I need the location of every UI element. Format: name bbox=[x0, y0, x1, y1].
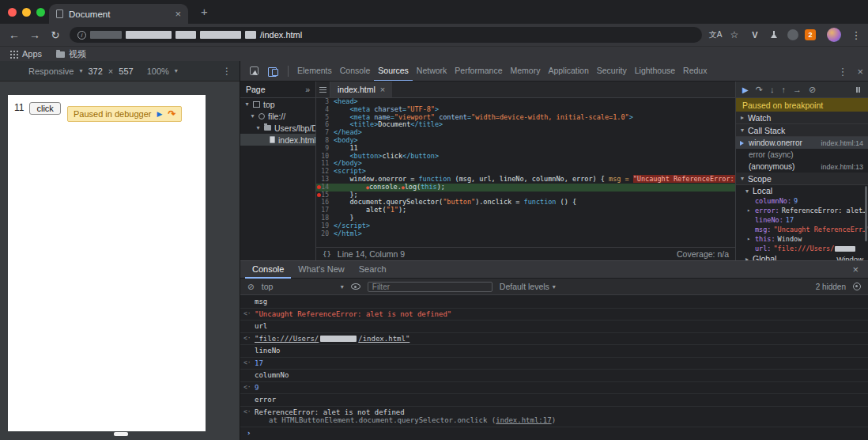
line-number[interactable]: 7 bbox=[316, 129, 334, 137]
step-over-icon[interactable]: ↷ bbox=[168, 108, 175, 119]
watch-section-header[interactable]: ▸ Watch bbox=[736, 112, 868, 124]
devtools-close-icon[interactable]: × bbox=[857, 66, 863, 78]
scope-global-header[interactable]: ▸ Global Window bbox=[736, 253, 868, 260]
bookmark-star-icon[interactable]: ☆ bbox=[726, 24, 743, 46]
console-prompt[interactable]: › bbox=[240, 427, 868, 439]
step-over-button[interactable]: ↷ bbox=[756, 85, 763, 95]
devtools-tab-security[interactable]: Security bbox=[593, 61, 631, 82]
resume-button[interactable]: ▶ bbox=[742, 85, 749, 94]
frame-location[interactable]: index.html:13 bbox=[821, 163, 863, 171]
bookmark-apps[interactable]: Apps bbox=[9, 49, 42, 59]
file-link[interactable]: "file:///Users/ bbox=[255, 335, 319, 343]
live-expression-icon[interactable] bbox=[351, 283, 360, 290]
drawer-close-icon[interactable]: × bbox=[852, 264, 863, 275]
expand-caret-icon[interactable]: ▸ bbox=[747, 236, 750, 242]
line-number[interactable]: 16 bbox=[316, 199, 334, 207]
tree-caret-icon[interactable]: ▾ bbox=[255, 124, 261, 131]
extension-icon[interactable] bbox=[787, 29, 798, 40]
line-number[interactable]: 17 bbox=[316, 207, 334, 214]
more-tabs-icon[interactable]: » bbox=[305, 85, 310, 94]
stack-link[interactable]: index.html:17 bbox=[496, 416, 551, 424]
step-button[interactable]: → bbox=[793, 85, 802, 94]
devtools-tab-memory[interactable]: Memory bbox=[506, 61, 544, 82]
zoom-window-button[interactable] bbox=[36, 8, 45, 17]
line-number[interactable]: 3 bbox=[316, 98, 334, 106]
step-out-button[interactable]: ↑ bbox=[781, 85, 786, 94]
translate-icon[interactable]: 文A bbox=[707, 24, 724, 46]
clear-console-icon[interactable]: ⊘ bbox=[247, 282, 255, 291]
scope-section-header[interactable]: ▾ Scope bbox=[736, 173, 868, 185]
navigator-toggle-icon[interactable] bbox=[316, 82, 330, 97]
inspect-element-icon[interactable] bbox=[250, 66, 259, 75]
close-window-button[interactable] bbox=[8, 8, 17, 17]
deactivate-breakpoints-button[interactable]: ⊘ bbox=[809, 85, 816, 95]
click-button[interactable]: click bbox=[29, 102, 60, 115]
devtools-tab-performance[interactable]: Performance bbox=[451, 61, 506, 82]
breakpoint-icon[interactable] bbox=[317, 185, 321, 189]
line-number[interactable]: 14 bbox=[316, 184, 334, 192]
devtools-tab-application[interactable]: Application bbox=[544, 61, 592, 82]
tree-item-index-html[interactable]: index.html bbox=[240, 134, 315, 146]
resume-script-icon[interactable]: ▶ bbox=[157, 110, 162, 118]
device-toolbar-toggle-icon[interactable] bbox=[268, 66, 278, 76]
line-number[interactable]: 10 bbox=[316, 153, 334, 161]
tab-page[interactable]: Page bbox=[246, 85, 266, 94]
line-number[interactable]: 11 bbox=[316, 160, 334, 168]
forward-button[interactable]: → bbox=[25, 24, 44, 46]
scrollbar[interactable] bbox=[865, 186, 867, 241]
line-number[interactable]: 19 bbox=[316, 222, 334, 230]
line-number[interactable]: 5 bbox=[316, 114, 334, 122]
zoom-select[interactable]: 100% bbox=[147, 66, 169, 76]
tree-caret-icon[interactable]: ▾ bbox=[250, 112, 255, 119]
site-info-icon[interactable]: i bbox=[77, 31, 86, 40]
line-number[interactable]: 18 bbox=[316, 214, 334, 222]
devtools-tab-console[interactable]: Console bbox=[336, 61, 375, 82]
close-file-icon[interactable]: × bbox=[380, 85, 385, 94]
flask-extension-icon[interactable] bbox=[765, 24, 783, 46]
tree-item-file-[interactable]: ▾file:// bbox=[240, 110, 315, 122]
browser-tab[interactable]: Document × bbox=[49, 4, 188, 24]
file-link[interactable]: /index.html" bbox=[358, 335, 409, 343]
devtools-tab-sources[interactable]: Sources bbox=[374, 61, 413, 82]
extension-v-icon[interactable]: V bbox=[746, 24, 764, 46]
pause-on-exceptions-icon[interactable] bbox=[855, 86, 862, 93]
devtools-tab-redux[interactable]: Redux bbox=[679, 61, 711, 82]
page-scrollbar[interactable] bbox=[114, 432, 128, 436]
line-number[interactable]: 4 bbox=[316, 106, 334, 114]
scope-variable[interactable]: ▸error:ReferenceError: alet… bbox=[736, 206, 868, 215]
devtools-tab-network[interactable]: Network bbox=[413, 61, 451, 82]
hidden-messages-count[interactable]: 2 hidden bbox=[816, 283, 846, 291]
console-settings-gear-icon[interactable] bbox=[853, 283, 861, 290]
callstack-frame[interactable]: error (async) bbox=[736, 149, 868, 161]
tree-caret-icon[interactable]: ▾ bbox=[244, 101, 250, 108]
editor-tab-index-html[interactable]: index.html × bbox=[330, 82, 392, 97]
callstack-frame[interactable]: window.onerrorindex.html:14 bbox=[736, 137, 868, 149]
reload-button[interactable]: ↻ bbox=[46, 24, 65, 46]
drawer-tab-search[interactable]: Search bbox=[352, 261, 394, 279]
line-number[interactable]: 6 bbox=[316, 121, 334, 129]
drawer-tab-console[interactable]: Console bbox=[245, 261, 291, 279]
profile-avatar[interactable] bbox=[827, 28, 841, 42]
line-number[interactable]: 15 bbox=[316, 192, 334, 199]
tree-item-users-lbp-desk-[interactable]: ▾Users/lbp/Desk... bbox=[240, 122, 315, 134]
callstack-section-header[interactable]: ▾ Call Stack bbox=[736, 124, 868, 137]
expand-caret-icon[interactable]: ▸ bbox=[747, 207, 750, 214]
browser-menu-icon[interactable]: ⋮ bbox=[847, 24, 865, 46]
pretty-print-icon[interactable]: {} bbox=[323, 250, 331, 258]
devtools-tab-elements[interactable]: Elements bbox=[293, 61, 336, 82]
line-number[interactable]: 9 bbox=[316, 145, 334, 153]
device-width-input[interactable]: 372 bbox=[89, 66, 103, 76]
line-number[interactable]: 8 bbox=[316, 137, 334, 145]
scope-local-header[interactable]: ▾ Local bbox=[736, 185, 868, 196]
new-tab-button[interactable]: + bbox=[201, 5, 208, 18]
minimize-window-button[interactable] bbox=[22, 8, 31, 17]
console-filter-input[interactable]: Filter bbox=[368, 282, 492, 292]
line-number[interactable]: 13 bbox=[316, 176, 334, 184]
devtools-menu-icon[interactable]: ⋮ bbox=[837, 66, 847, 78]
scope-variable[interactable]: ▸this:Window bbox=[736, 234, 868, 244]
devtools-tab-lighthouse[interactable]: Lighthouse bbox=[631, 61, 679, 82]
callstack-frame[interactable]: (anonymous)index.html:13 bbox=[736, 161, 868, 173]
frame-location[interactable]: index.html:14 bbox=[821, 139, 863, 147]
device-height-input[interactable]: 557 bbox=[119, 66, 133, 76]
address-bar[interactable]: i /index.html bbox=[70, 27, 702, 43]
